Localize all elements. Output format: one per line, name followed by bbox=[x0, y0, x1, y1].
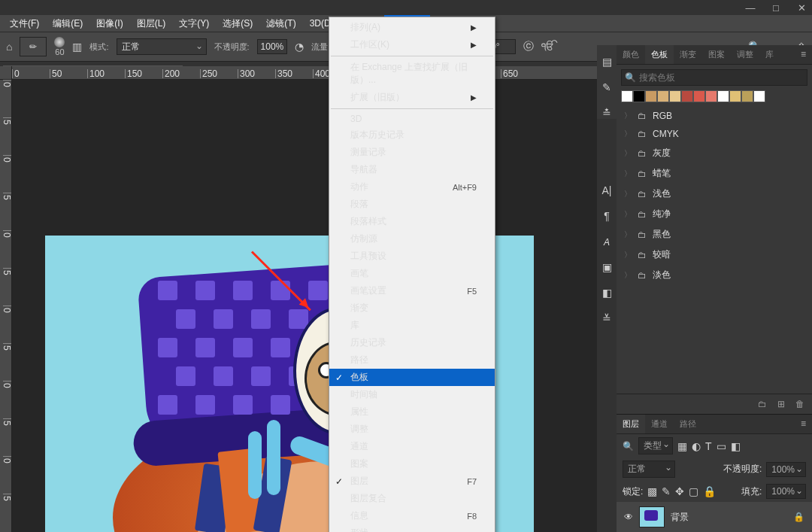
swatch-search[interactable]: 🔍 搜索色板 bbox=[621, 69, 807, 86]
panel-tab-图案[interactable]: 图案 bbox=[702, 45, 731, 64]
layer-row-background[interactable]: 👁 背景 🔒 bbox=[617, 502, 812, 532]
butterfly-icon[interactable]: ੴ bbox=[541, 41, 554, 53]
swatch[interactable] bbox=[729, 90, 741, 102]
swatch[interactable] bbox=[657, 90, 669, 102]
adjust-toggle-icon[interactable]: ≛ bbox=[602, 107, 611, 119]
filter-adjust-icon[interactable]: ◐ bbox=[692, 440, 701, 452]
swatch-folder-较暗[interactable]: 〉🗀较暗 bbox=[617, 245, 812, 265]
swatch[interactable] bbox=[717, 90, 729, 102]
visibility-icon[interactable]: 👁 bbox=[624, 512, 633, 522]
menu-item-历史记录[interactable]: 历史记录 bbox=[329, 334, 495, 351]
blend-mode-dropdown[interactable]: 正常 bbox=[117, 38, 207, 55]
swatch[interactable] bbox=[741, 90, 753, 102]
character-icon[interactable]: A| bbox=[602, 184, 612, 196]
window-close-button[interactable]: ✕ bbox=[795, 2, 807, 14]
menu-item-时间轴[interactable]: 时间轴 bbox=[329, 386, 495, 403]
panel-tab-颜色[interactable]: 颜色 bbox=[617, 45, 645, 64]
brush-toggle-icon[interactable]: ✎ bbox=[602, 81, 611, 93]
layer-filter-dropdown[interactable]: 类型 bbox=[638, 437, 673, 454]
swatch-folder-CMYK[interactable]: 〉🗀CMYK bbox=[617, 125, 812, 143]
menu-item-在 Exchange 上查找扩展（旧版）...[interactable]: 在 Exchange 上查找扩展（旧版）... bbox=[329, 59, 495, 89]
menu-item-工作区(K)[interactable]: 工作区(K)▶ bbox=[329, 36, 495, 53]
swatch[interactable] bbox=[621, 90, 633, 102]
swatch[interactable] bbox=[693, 90, 705, 102]
swatch-folder-纯净[interactable]: 〉🗀纯净 bbox=[617, 204, 812, 224]
menu-编辑(E)[interactable]: 编辑(E) bbox=[46, 15, 89, 32]
window-minimize-button[interactable]: — bbox=[744, 2, 756, 14]
swatch-folder-淡色[interactable]: 〉🗀淡色 bbox=[617, 265, 812, 285]
menu-item-扩展（旧版）[interactable]: 扩展（旧版）▶ bbox=[329, 89, 495, 106]
layers-icon[interactable]: ◧ bbox=[602, 287, 612, 299]
settings-icon[interactable]: ≚ bbox=[602, 312, 611, 324]
menu-item-工具预设[interactable]: 工具预设 bbox=[329, 248, 495, 265]
panel-tab-图层[interactable]: 图层 bbox=[617, 415, 645, 433]
layer-fill-field[interactable]: 100% bbox=[766, 484, 806, 499]
swatch[interactable] bbox=[681, 90, 693, 102]
new-swatch-icon[interactable]: ⊞ bbox=[777, 399, 785, 409]
menu-图像(I)[interactable]: 图像(I) bbox=[89, 15, 129, 32]
swatch[interactable] bbox=[633, 90, 645, 102]
menu-item-图层复合[interactable]: 图层复合 bbox=[329, 490, 495, 507]
menu-item-属性[interactable]: 属性 bbox=[329, 403, 495, 421]
panel-tab-调整[interactable]: 调整 bbox=[731, 45, 759, 64]
window-maximize-button[interactable]: □ bbox=[770, 2, 782, 14]
trash-icon[interactable]: 🗑 bbox=[795, 399, 804, 409]
filter-smart-icon[interactable]: ◧ bbox=[731, 440, 741, 452]
layer-blend-dropdown[interactable]: 正常 bbox=[623, 461, 675, 478]
menu-item-路径[interactable]: 路径 bbox=[329, 351, 495, 369]
folder-icon[interactable]: 🗀 bbox=[758, 399, 767, 409]
panel-menu-icon[interactable]: ≡ bbox=[795, 415, 812, 433]
menu-item-段落[interactable]: 段落 bbox=[329, 196, 495, 213]
symmetry-icon[interactable]: ⓒ bbox=[523, 40, 534, 53]
swatch[interactable] bbox=[705, 90, 717, 102]
panel-tab-渐变[interactable]: 渐变 bbox=[674, 45, 702, 64]
menu-item-信息[interactable]: 信息F8 bbox=[329, 507, 495, 524]
home-icon[interactable]: ⌂ bbox=[6, 41, 12, 53]
properties-icon[interactable]: ▣ bbox=[602, 261, 612, 273]
layer-opacity-field[interactable]: 100% bbox=[766, 462, 806, 477]
swatches-toggle-icon[interactable]: ▤ bbox=[602, 56, 612, 68]
swatch-folder-灰度[interactable]: 〉🗀灰度 bbox=[617, 143, 812, 163]
menu-item-导航器[interactable]: 导航器 bbox=[329, 161, 495, 178]
menu-文字(Y)[interactable]: 文字(Y) bbox=[172, 15, 216, 32]
brush-tool-icon[interactable]: ✏ bbox=[20, 37, 47, 56]
menu-item-画笔[interactable]: 画笔 bbox=[329, 265, 495, 282]
menu-item-仿制源[interactable]: 仿制源 bbox=[329, 230, 495, 248]
menu-item-版本历史记录[interactable]: 版本历史记录 bbox=[329, 126, 495, 144]
menu-item-画笔设置[interactable]: 画笔设置F5 bbox=[329, 282, 495, 299]
filter-pixel-icon[interactable]: ▦ bbox=[677, 440, 687, 452]
menu-item-色板[interactable]: ✓色板 bbox=[329, 369, 495, 386]
menu-滤镜(T)[interactable]: 滤镜(T) bbox=[259, 15, 302, 32]
panel-tab-通道[interactable]: 通道 bbox=[645, 415, 674, 433]
menu-item-通道[interactable]: 通道 bbox=[329, 438, 495, 455]
lock-move-icon[interactable]: ✥ bbox=[675, 485, 684, 497]
glyphs-icon[interactable]: A bbox=[604, 236, 610, 248]
swatch-folder-RGB[interactable]: 〉🗀RGB bbox=[617, 107, 812, 125]
filter-shape-icon[interactable]: ▭ bbox=[717, 440, 726, 452]
menu-item-调整[interactable]: 调整 bbox=[329, 421, 495, 438]
menu-item-图层[interactable]: ✓图层F7 bbox=[329, 473, 495, 490]
menu-item-动作[interactable]: 动作Alt+F9 bbox=[329, 178, 495, 196]
filter-type-icon[interactable]: T bbox=[705, 440, 712, 452]
lock-paint-icon[interactable]: ✎ bbox=[662, 485, 671, 497]
brush-preset-picker[interactable]: 60 bbox=[54, 37, 65, 56]
menu-item-段落样式[interactable]: 段落样式 bbox=[329, 213, 495, 230]
menu-选择(S)[interactable]: 选择(S) bbox=[216, 15, 259, 32]
paragraph-icon[interactable]: ¶ bbox=[604, 210, 610, 222]
panel-tab-路径[interactable]: 路径 bbox=[674, 415, 702, 433]
lock-transparent-icon[interactable]: ▩ bbox=[647, 485, 657, 497]
menu-item-3D[interactable]: 3D bbox=[329, 111, 495, 126]
menu-item-渐变[interactable]: 渐变 bbox=[329, 299, 495, 317]
swatch-folder-浅色[interactable]: 〉🗀浅色 bbox=[617, 184, 812, 204]
pressure-opacity-icon[interactable]: ◔ bbox=[295, 41, 304, 53]
swatch[interactable] bbox=[645, 90, 657, 102]
panel-menu-icon[interactable]: ≡ bbox=[795, 45, 812, 64]
menu-item-形状[interactable]: 形状 bbox=[329, 524, 495, 532]
panel-tab-库[interactable]: 库 bbox=[759, 45, 780, 64]
opacity-field[interactable]: 100% bbox=[257, 39, 288, 54]
menu-文件(F)[interactable]: 文件(F) bbox=[3, 15, 46, 32]
lock-all-icon[interactable]: 🔒 bbox=[703, 485, 716, 497]
menu-item-图案[interactable]: 图案 bbox=[329, 455, 495, 473]
panel-tab-色板[interactable]: 色板 bbox=[645, 45, 674, 64]
lock-artboard-icon[interactable]: ▢ bbox=[689, 485, 698, 497]
